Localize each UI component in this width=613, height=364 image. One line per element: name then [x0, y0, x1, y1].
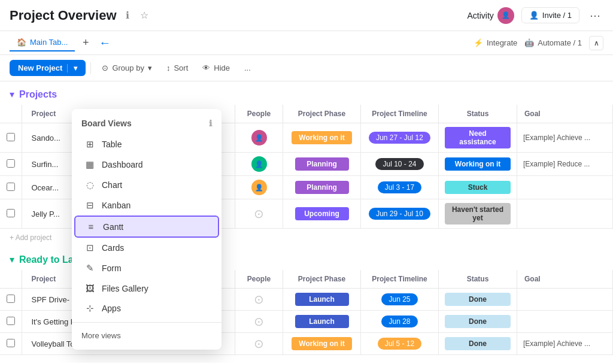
people-cell: ⊙ — [235, 289, 283, 311]
status-header-2: Status — [439, 270, 517, 289]
status-header: Status — [439, 105, 517, 123]
arrow-indicator: ← — [99, 36, 111, 50]
automate-button[interactable]: 🤖 Automate / 1 — [524, 38, 582, 47]
tabs-left: 🏠 Main Tab... + ← — [10, 34, 111, 51]
board-views-info[interactable]: ℹ — [209, 119, 212, 128]
group-by-label: Group by — [112, 63, 144, 72]
bv-dashboard-label: Dashboard — [102, 160, 143, 169]
bv-cards-icon: ⊡ — [84, 242, 96, 253]
bv-table-icon: ⊞ — [84, 139, 96, 150]
new-project-label: New Project — [18, 63, 62, 72]
status-cell: Stuck — [439, 176, 517, 199]
board-view-item-chart[interactable]: ◌Chart — [74, 175, 219, 195]
checkbox-header — [0, 105, 22, 123]
row-checkbox[interactable] — [0, 289, 22, 311]
timeline-header-2: Project Timeline — [361, 270, 439, 289]
row-checkbox[interactable] — [0, 311, 22, 333]
star-icon[interactable]: ☆ — [138, 10, 150, 22]
goal-header-2: Goal — [517, 270, 613, 289]
group-by-button[interactable]: ⊙ Group by ▾ — [96, 60, 157, 75]
status-cell: Done — [439, 333, 517, 355]
bv-kanban-icon: ⊟ — [84, 200, 96, 211]
status-cell: Haven't started yet — [439, 199, 517, 229]
more-toolbar-button[interactable]: ... — [238, 60, 257, 75]
people-cell: ⊙ — [235, 333, 283, 355]
board-view-item-kanban[interactable]: ⊟Kanban — [74, 195, 219, 216]
phase-header: Project Phase — [283, 105, 361, 123]
board-view-item-apps[interactable]: ⊹Apps — [74, 298, 219, 318]
phase-cell: Launch — [283, 289, 361, 311]
row-checkbox[interactable] — [0, 333, 22, 355]
collapse-button[interactable]: ∧ — [589, 36, 603, 50]
board-view-item-files_gallery[interactable]: 🖼Files Gallery — [74, 278, 219, 298]
bv-chart-label: Chart — [102, 180, 122, 190]
integrate-button[interactable]: ⚡ Integrate — [474, 38, 517, 47]
people-cell: ⊙ — [235, 199, 283, 229]
status-cell: Done — [439, 311, 517, 333]
page-title: Project Overview — [10, 8, 117, 23]
status-cell: Working on it — [439, 153, 517, 176]
invite-button[interactable]: 👤 Invite / 1 — [521, 7, 579, 23]
more-toolbar-icon: ... — [244, 63, 251, 72]
board-views-title: Board Views — [81, 119, 132, 128]
board-views-header: Board Views ℹ — [72, 116, 221, 134]
activity-button[interactable]: Activity 👤 — [468, 7, 514, 24]
row-checkbox[interactable] — [0, 199, 22, 229]
board-view-item-gantt[interactable]: ≡Gantt — [74, 216, 219, 238]
board-view-item-table[interactable]: ⊞Table — [74, 134, 219, 154]
row-checkbox[interactable] — [0, 176, 22, 199]
goal-cell — [517, 176, 613, 199]
more-views-button[interactable]: More views — [72, 326, 221, 345]
sort-icon: ↕ — [166, 63, 171, 72]
integrate-icon: ⚡ — [474, 38, 483, 47]
group-by-icon: ⊙ — [102, 63, 108, 72]
board-view-item-form[interactable]: ✎Form — [74, 258, 219, 278]
timeline-cell: Jun 29 - Jul 10 — [361, 199, 439, 229]
add-tab-button[interactable]: + — [77, 35, 94, 51]
hide-button[interactable]: 👁 Hide — [196, 60, 236, 75]
timeline-cell: Jul 3 - 17 — [361, 176, 439, 199]
bv-chart-icon: ◌ — [84, 180, 96, 190]
home-icon: 🏠 — [17, 38, 26, 47]
main-tab-label: Main Tab... — [30, 38, 68, 47]
bv-cards-label: Cards — [102, 243, 124, 253]
hide-icon: 👁 — [202, 63, 210, 72]
sort-button[interactable]: ↕ Sort — [160, 60, 194, 75]
board-view-item-dashboard[interactable]: ▦Dashboard — [74, 154, 219, 175]
group-header-projects: ▾ Projects — [0, 81, 613, 105]
row-checkbox[interactable] — [0, 123, 22, 153]
bv-gantt-icon: ≡ — [85, 222, 97, 232]
info-icon[interactable]: ℹ — [122, 10, 133, 22]
main-content: ▾ Projects Project People Project Phase … — [0, 81, 613, 363]
bv-files_gallery-label: Files Gallery — [102, 284, 148, 293]
avatar-sm: 👤 — [251, 180, 267, 195]
person-icon: ⊙ — [254, 207, 264, 220]
person-icon: ⊙ — [254, 293, 264, 306]
tabs-bar: 🏠 Main Tab... + ← ⚡ Integrate 🤖 Automate… — [0, 31, 613, 55]
activity-label: Activity — [468, 11, 494, 20]
bv-form-icon: ✎ — [84, 263, 96, 274]
goal-header: Goal — [517, 105, 613, 123]
bv-table-label: Table — [102, 139, 122, 149]
person-icon: 👤 — [529, 11, 539, 20]
person-icon: ⊙ — [254, 337, 264, 350]
sort-label: Sort — [174, 63, 188, 72]
row-checkbox[interactable] — [0, 153, 22, 176]
bv-apps-label: Apps — [102, 304, 121, 313]
toolbar: New Project ▾ ⊙ Group by ▾ ↕ Sort 👁 Hide… — [0, 55, 613, 81]
timeline-cell: Jun 27 - Jul 12 — [361, 123, 439, 153]
new-project-button[interactable]: New Project ▾ — [10, 60, 86, 76]
board-view-item-cards[interactable]: ⊡Cards — [74, 238, 219, 258]
goal-cell: [Example] Achieve ... — [517, 333, 613, 355]
group-toggle-ready[interactable]: ▾ — [10, 254, 14, 265]
phase-cell: Planning — [283, 153, 361, 176]
timeline-header: Project Timeline — [361, 105, 439, 123]
people-cell: 👤 — [235, 176, 283, 199]
more-button[interactable]: ⋯ — [587, 7, 603, 24]
people-header-2: People — [235, 270, 283, 289]
bv-files_gallery-icon: 🖼 — [84, 283, 96, 293]
timeline-cell: Jun 25 — [361, 289, 439, 311]
group-toggle-projects[interactable]: ▾ — [10, 89, 14, 100]
main-tab[interactable]: 🏠 Main Tab... — [10, 34, 75, 51]
invite-label: Invite / 1 — [542, 11, 572, 20]
